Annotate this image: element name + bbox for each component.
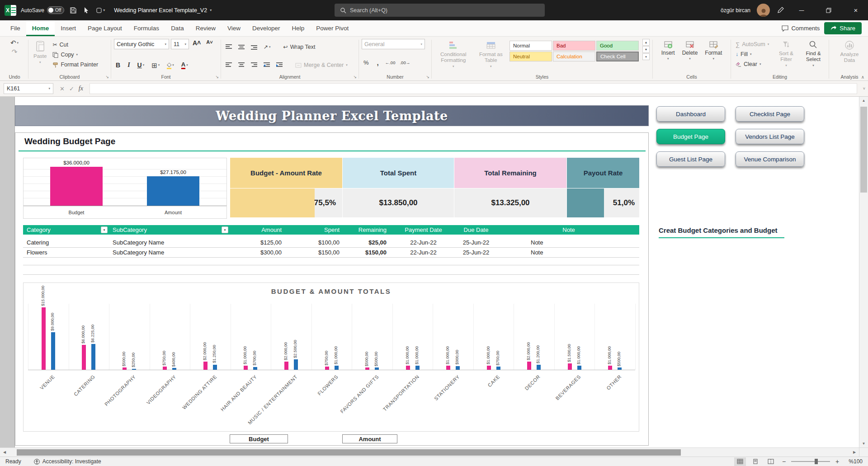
sort-filter-button[interactable]: Sort & Filter ▾ <box>774 39 799 69</box>
decrease-indent-button[interactable] <box>262 62 272 68</box>
cell-style-good[interactable]: Good <box>596 41 639 51</box>
increase-indent-button[interactable] <box>274 62 284 68</box>
kpi-value-total-remaining[interactable]: $13.325,00 <box>454 188 566 217</box>
column-header-category[interactable]: Category▾ <box>23 225 109 235</box>
alignment-dialog-launcher[interactable]: ↘ <box>353 75 357 79</box>
format-painter-button[interactable]: Format Painter <box>51 61 108 69</box>
excel-logo-icon[interactable]: X <box>5 5 16 16</box>
tab-data[interactable]: Data <box>165 20 190 36</box>
column-header-remaining[interactable]: Remaining <box>346 225 393 235</box>
decrease-decimal-button[interactable]: .00→ <box>400 60 410 65</box>
scroll-up-arrow[interactable]: ▲ <box>859 97 868 104</box>
zoom-out-button[interactable]: − <box>780 458 788 465</box>
document-title[interactable]: Wedding Planner Excel Template_V2 ▾ <box>114 7 212 14</box>
merge-center-button[interactable]: Merge & Center▾ <box>293 61 349 69</box>
bold-button[interactable]: B <box>114 61 122 69</box>
nav-button-budget-page[interactable]: Budget Page <box>656 129 725 144</box>
zoom-level[interactable]: %100 <box>844 458 863 465</box>
font-name-combo[interactable]: Century Gothic▾ <box>114 39 169 49</box>
page-layout-view-button[interactable] <box>750 457 761 466</box>
clipboard-dialog-launcher[interactable]: ↘ <box>105 75 109 79</box>
cell-amount[interactable]: $125,00 <box>230 238 288 247</box>
number-dialog-launcher[interactable]: ↘ <box>426 75 429 79</box>
tab-review[interactable]: Review <box>190 20 222 36</box>
font-size-combo[interactable]: 11▾ <box>171 39 189 49</box>
cell-style-neutral[interactable]: Neutral <box>509 52 552 61</box>
tab-power-pivot[interactable]: Power Pivot <box>310 20 354 36</box>
filter-dropdown-icon[interactable]: ▾ <box>101 226 108 233</box>
wrap-text-button[interactable]: ↩Wrap Text <box>282 43 317 51</box>
avatar[interactable] <box>757 4 770 17</box>
insert-function-button[interactable]: fx <box>79 85 83 92</box>
column-header-amount[interactable]: Amount <box>230 225 288 235</box>
empty-table-row[interactable] <box>23 258 639 265</box>
search-input[interactable]: Search (Alt+Q) <box>335 4 545 17</box>
tab-view[interactable]: View <box>222 20 246 36</box>
align-middle-button[interactable] <box>236 44 246 50</box>
italic-button[interactable]: I <box>126 61 132 69</box>
font-dialog-launcher[interactable]: ↘ <box>215 75 219 79</box>
budget-amount-totals-chart[interactable]: BUDGET & AMOUNT TOTALS $15.000,00$9.000,… <box>23 282 639 432</box>
cell-note[interactable]: Note <box>498 238 639 247</box>
formula-input[interactable] <box>90 83 857 94</box>
autosave-switch[interactable]: Off <box>47 6 64 14</box>
kpi-header-total-remaining[interactable]: Total Remaining <box>454 158 566 188</box>
legend-item-budget[interactable]: Budget <box>230 434 288 443</box>
align-left-button[interactable] <box>224 62 234 68</box>
legend-item-amount[interactable]: Amount <box>342 434 397 443</box>
cell-note[interactable]: Note <box>498 248 639 257</box>
cell-due-date[interactable]: 25-Jun-22 <box>454 238 498 247</box>
styles-gallery-up-button[interactable]: ▲ <box>642 39 650 46</box>
zoom-slider[interactable] <box>791 461 830 462</box>
column-header-spent[interactable]: Spent <box>288 225 346 235</box>
autosave-toggle[interactable]: AutoSave Off <box>21 6 64 14</box>
close-button[interactable]: × <box>845 0 866 20</box>
cell-subcategory[interactable]: SubCategory Name <box>109 238 230 247</box>
copy-button[interactable]: Copy▾ <box>51 51 108 59</box>
tab-help[interactable]: Help <box>286 20 311 36</box>
fill-color-button[interactable]: ◇▾ <box>165 61 176 70</box>
percent-style-button[interactable]: % <box>362 59 371 66</box>
kpi-value-total-spent[interactable]: $13.850,00 <box>342 188 454 217</box>
tab-insert[interactable]: Insert <box>55 20 82 36</box>
column-header-payment-date[interactable]: Payment Date <box>393 225 454 235</box>
cell-category[interactable]: Flowers <box>23 248 109 257</box>
kpi-header-budget-amount-rate[interactable]: Budget - Amount Rate <box>230 158 342 188</box>
horizontal-scrollbar-thumb[interactable] <box>17 449 681 456</box>
cell-payment-date[interactable]: 22-Jun-22 <box>393 238 454 247</box>
zoom-in-button[interactable]: + <box>834 458 841 465</box>
align-top-button[interactable] <box>224 44 234 50</box>
delete-cells-button[interactable]: Delete ▾ <box>679 39 701 61</box>
cancel-entry-icon[interactable]: ✕ <box>60 85 65 92</box>
scroll-down-arrow[interactable]: ▼ <box>859 440 868 447</box>
cell-spent[interactable]: $100,00 <box>288 238 346 247</box>
increase-font-button[interactable]: A˄ <box>191 39 203 47</box>
undo-button[interactable]: ↶▾ <box>9 39 20 47</box>
cell-spent[interactable]: $150,00 <box>288 248 346 257</box>
underline-button[interactable]: U▾ <box>136 61 146 69</box>
expand-formula-bar-icon[interactable]: ˅ <box>863 86 865 91</box>
cell-style-calculation[interactable]: Calculation <box>553 52 595 61</box>
column-header-note[interactable]: Note <box>498 225 639 235</box>
font-color-button[interactable]: A▾ <box>179 61 190 70</box>
customize-qat-button[interactable]: ▾ <box>95 6 106 14</box>
column-header-due-date[interactable]: Due Date <box>454 225 498 235</box>
filter-dropdown-icon[interactable]: ▾ <box>222 226 228 233</box>
collapse-ribbon-button[interactable]: ∧ <box>861 75 864 80</box>
save-button[interactable] <box>69 6 78 15</box>
empty-table-row[interactable] <box>23 265 639 275</box>
nav-button-dashboard[interactable]: Dashboard <box>656 106 725 122</box>
decrease-font-button[interactable]: A˅ <box>204 39 214 45</box>
cell-due-date[interactable]: 25-Jun-22 <box>454 248 498 257</box>
increase-decimal-button[interactable]: ←.00 <box>385 60 396 65</box>
budget-amount-mini-chart[interactable]: $36.000,00$27.175,00 BudgetAmount <box>23 158 227 219</box>
vertical-scrollbar[interactable]: ▲ ▼ <box>859 97 868 447</box>
kpi-value-budget-amount-rate[interactable]: 75,5% <box>230 188 342 217</box>
comments-button[interactable]: Comments <box>782 25 820 32</box>
cell-payment-date[interactable]: 22-Jun-22 <box>393 248 454 257</box>
cell-amount[interactable]: $300,00 <box>230 248 288 257</box>
align-right-button[interactable] <box>249 62 259 68</box>
page-break-preview-button[interactable] <box>765 457 777 466</box>
name-box[interactable]: K161▾ <box>4 83 53 94</box>
cell-category[interactable]: Catering <box>23 238 109 247</box>
